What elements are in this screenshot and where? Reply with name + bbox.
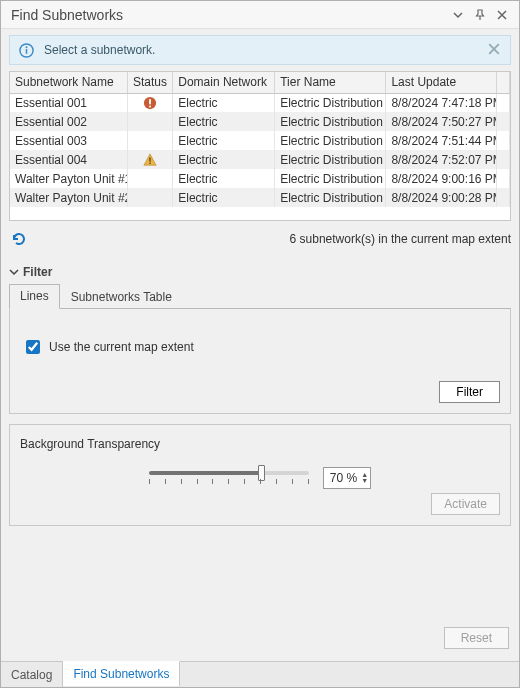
cell-last-update: 8/8/2024 7:51:44 PM — [386, 131, 496, 150]
spinner-arrows-icon[interactable]: ▲▼ — [361, 472, 368, 484]
chevron-down-icon[interactable] — [449, 6, 467, 24]
activate-button[interactable]: Activate — [431, 493, 500, 515]
transparency-slider[interactable] — [149, 465, 309, 491]
col-end — [496, 72, 509, 93]
cell-last-update: 8/8/2024 7:47:18 PM — [386, 93, 496, 112]
cell-tier-name: Electric Distribution — [275, 93, 386, 112]
cell-domain-network: Electric — [173, 188, 275, 207]
cell-tier-name: Electric Distribution — [275, 150, 386, 169]
table-row[interactable]: Essential 003ElectricElectric Distributi… — [10, 131, 510, 150]
cell-status — [127, 131, 172, 150]
svg-point-1 — [25, 46, 27, 48]
transparency-section: Background Transparency 70 % ▲▼ Activate — [9, 424, 511, 526]
table-row[interactable]: Essential 004ElectricElectric Distributi… — [10, 150, 510, 169]
table-row[interactable]: Walter Payton Unit #2ElectricElectric Di… — [10, 188, 510, 207]
cell-tier-name: Electric Distribution — [275, 112, 386, 131]
cell-subnetwork-name: Walter Payton Unit #2 — [10, 188, 127, 207]
svg-rect-4 — [149, 99, 151, 104]
info-text: Select a subnetwork. — [44, 43, 488, 57]
svg-rect-2 — [25, 49, 27, 54]
col-domain-network[interactable]: Domain Network — [173, 72, 275, 93]
refresh-button[interactable] — [9, 229, 29, 249]
transparency-value: 70 % — [330, 471, 357, 485]
reset-button[interactable]: Reset — [444, 627, 509, 649]
cell-status — [127, 150, 172, 169]
find-subnetworks-pane: Find Subnetworks Select a subnetwork. — [0, 0, 520, 688]
cell-tier-name: Electric Distribution — [275, 169, 386, 188]
use-current-map-extent-label: Use the current map extent — [49, 340, 194, 354]
filter-header-label: Filter — [23, 265, 52, 279]
cell-status — [127, 93, 172, 112]
table-row[interactable]: Essential 002ElectricElectric Distributi… — [10, 112, 510, 131]
cell-subnetwork-name: Walter Payton Unit #1 — [10, 169, 127, 188]
cell-domain-network: Electric — [173, 112, 275, 131]
svg-rect-5 — [149, 106, 151, 108]
svg-rect-6 — [149, 158, 150, 162]
col-status[interactable]: Status — [127, 72, 172, 93]
col-tier-name[interactable]: Tier Name — [275, 72, 386, 93]
table-row[interactable]: Walter Payton Unit #1ElectricElectric Di… — [10, 169, 510, 188]
pane-title: Find Subnetworks — [11, 7, 445, 23]
tab-lines[interactable]: Lines — [9, 284, 60, 309]
cell-subnetwork-name: Essential 004 — [10, 150, 127, 169]
use-current-map-extent-checkbox[interactable] — [26, 340, 40, 354]
cell-last-update: 8/8/2024 9:00:16 PM — [386, 169, 496, 188]
transparency-spinner[interactable]: 70 % ▲▼ — [323, 467, 371, 489]
titlebar: Find Subnetworks — [1, 1, 519, 29]
svg-rect-7 — [149, 163, 150, 164]
table-header-row[interactable]: Subnetwork Name Status Domain Network Ti… — [10, 72, 510, 93]
info-close-icon[interactable] — [488, 43, 502, 57]
cell-tier-name: Electric Distribution — [275, 131, 386, 150]
cell-status — [127, 112, 172, 131]
cell-subnetwork-name: Essential 003 — [10, 131, 127, 150]
col-last-update[interactable]: Last Update — [386, 72, 496, 93]
bottom-tab-catalog[interactable]: Catalog — [1, 662, 63, 687]
cell-domain-network: Electric — [173, 169, 275, 188]
cell-last-update: 8/8/2024 7:52:07 PM — [386, 150, 496, 169]
filter-header[interactable]: Filter — [9, 265, 511, 279]
close-pane-icon[interactable] — [493, 6, 511, 24]
chevron-down-icon — [9, 267, 19, 277]
filter-button[interactable]: Filter — [439, 381, 500, 403]
cell-status — [127, 188, 172, 207]
cell-subnetwork-name: Essential 001 — [10, 93, 127, 112]
cell-status — [127, 169, 172, 188]
table-row[interactable]: Essential 001ElectricElectric Distributi… — [10, 93, 510, 112]
info-icon — [18, 42, 34, 58]
cell-tier-name: Electric Distribution — [275, 188, 386, 207]
subnetwork-count: 6 subnetwork(s) in the current map exten… — [29, 232, 511, 246]
cell-last-update: 8/8/2024 9:00:28 PM — [386, 188, 496, 207]
filter-tabstrip: Lines Subnetworks Table — [9, 283, 511, 309]
transparency-label: Background Transparency — [20, 437, 500, 451]
subnetworks-table[interactable]: Subnetwork Name Status Domain Network Ti… — [9, 71, 511, 221]
cell-domain-network: Electric — [173, 131, 275, 150]
col-subnetwork-name[interactable]: Subnetwork Name — [10, 72, 127, 93]
bottom-tab-find-subnetworks[interactable]: Find Subnetworks — [63, 661, 180, 686]
cell-domain-network: Electric — [173, 150, 275, 169]
cell-domain-network: Electric — [173, 93, 275, 112]
bottom-tabstrip: Catalog Find Subnetworks — [1, 661, 519, 687]
cell-last-update: 8/8/2024 7:50:27 PM — [386, 112, 496, 131]
cell-subnetwork-name: Essential 002 — [10, 112, 127, 131]
filter-body: Use the current map extent Filter — [9, 309, 511, 414]
info-bar: Select a subnetwork. — [9, 35, 511, 65]
tab-subnetworks-table[interactable]: Subnetworks Table — [60, 285, 183, 309]
status-row: 6 subnetwork(s) in the current map exten… — [9, 227, 511, 251]
pin-icon[interactable] — [471, 6, 489, 24]
